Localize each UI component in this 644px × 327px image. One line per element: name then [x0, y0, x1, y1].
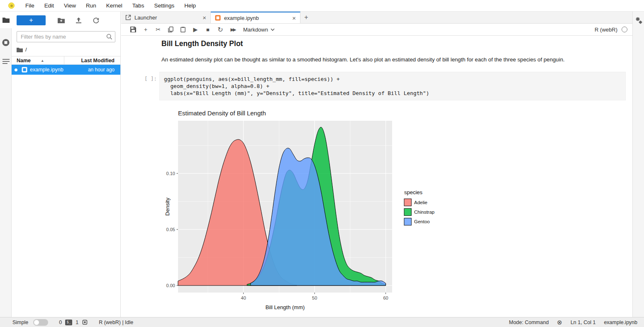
menu-item-file[interactable]: File	[20, 2, 39, 9]
dock-tabbar: Launcher × example.ipynb × +	[121, 12, 632, 24]
running-sessions-icon[interactable]	[2, 38, 10, 46]
column-header-modified[interactable]: Last Modified	[64, 58, 120, 63]
menubar: File Edit View Run Kernel Tabs Settings …	[0, 0, 644, 12]
upload-button[interactable]	[70, 15, 87, 25]
launcher-icon	[125, 15, 131, 20]
svg-text:40: 40	[241, 295, 246, 300]
table-of-contents-icon[interactable]	[2, 57, 10, 66]
file-row-example-ipynb[interactable]: example.ipynb an hour ago	[12, 65, 120, 75]
cut-cells-button[interactable]: ✂	[152, 24, 164, 34]
svg-text:0.00: 0.00	[166, 283, 175, 288]
save-button[interactable]	[127, 24, 139, 34]
kernel-status-text[interactable]: R (webR) | Idle	[99, 320, 133, 325]
new-launcher-button[interactable]: +	[17, 15, 46, 25]
notebook-paragraph: An estimated density plot can be thought…	[161, 56, 626, 63]
tab-example-ipynb[interactable]: example.ipynb ×	[211, 12, 300, 23]
restart-run-all-button[interactable]: ▶▶	[227, 24, 239, 34]
statusbar: Simple 0 $_ 1 R (webR) | Idle Mode: Comm…	[0, 317, 644, 327]
cell-type-dropdown[interactable]: Markdown	[243, 27, 275, 33]
command-mode-indicator[interactable]: Mode: Command	[509, 320, 549, 325]
home-folder-icon	[17, 47, 23, 52]
tab-label[interactable]: Launcher	[134, 15, 199, 21]
filter-files-wrap	[17, 31, 115, 42]
terminal-count[interactable]: 0	[59, 320, 62, 325]
simple-mode-label: Simple	[12, 320, 28, 325]
code-cell: [ ]: ggplot(penguins, aes(x=bill_length_…	[159, 72, 626, 100]
jupyter-logo-icon	[8, 2, 15, 9]
svg-text:Gentoo: Gentoo	[414, 219, 430, 224]
cell-prompt: [ ]:	[136, 76, 157, 82]
markdown-cell-heading[interactable]: Bill Length Density Plot An estimated de…	[161, 39, 626, 63]
code-editor[interactable]: ggplot(penguins, aes(x=bill_length_mm, f…	[159, 72, 626, 100]
kernel-name[interactable]: R (webR)	[595, 27, 617, 33]
add-cell-button[interactable]: +	[139, 24, 152, 34]
svg-text:Chinstrap: Chinstrap	[414, 210, 434, 215]
trust-shield-icon[interactable]: ⊗	[557, 319, 562, 326]
terminal-icon: $_	[65, 320, 72, 325]
menu-item-kernel[interactable]: Kernel	[101, 2, 127, 9]
kernel-count[interactable]: 1	[76, 320, 78, 325]
new-tab-button[interactable]: +	[300, 12, 312, 23]
menu-item-settings[interactable]: Settings	[149, 2, 179, 9]
file-modified: an hour ago	[88, 67, 120, 73]
menu-item-help[interactable]: Help	[179, 2, 201, 9]
listing-header: Name ▴ Last Modified	[12, 56, 120, 65]
right-activity-rail	[632, 12, 644, 317]
notebook-toolbar: + ✂ ▶ ■ ↻ ▶▶ Markdown R (webR)	[121, 24, 632, 36]
svg-text:0.10: 0.10	[166, 171, 175, 176]
statusbar-filename: example.ipynb	[604, 320, 637, 325]
search-icon	[106, 34, 112, 41]
menu-item-run[interactable]: Run	[81, 2, 101, 9]
svg-text:Bill Length (mm): Bill Length (mm)	[266, 304, 305, 310]
paste-cells-button[interactable]	[177, 24, 189, 34]
restart-kernel-button[interactable]: ↻	[214, 24, 227, 34]
left-activity-rail	[0, 12, 12, 317]
svg-text:Density: Density	[164, 198, 171, 216]
notebook-icon	[215, 15, 221, 21]
close-tab-icon[interactable]: ×	[292, 15, 296, 22]
menu-item-view[interactable]: View	[59, 2, 81, 9]
notebook-content: Bill Length Density Plot An estimated de…	[121, 36, 632, 317]
sort-caret-icon: ▴	[41, 59, 44, 63]
file-browser-toolbar: +	[12, 12, 120, 28]
notebook-file-icon	[22, 67, 27, 73]
chevron-down-icon	[271, 28, 275, 31]
run-button[interactable]: ▶	[189, 24, 202, 34]
simple-mode-toggle[interactable]	[33, 319, 48, 326]
svg-text:0.05: 0.05	[166, 227, 175, 232]
cursor-position[interactable]: Ln 1, Col 1	[571, 320, 595, 325]
interrupt-kernel-button[interactable]: ■	[202, 24, 214, 34]
density-plot-image: Estimated Density of Bill Length4050600.…	[163, 107, 439, 317]
breadcrumb-root[interactable]: /	[25, 46, 27, 53]
main-dock-panel: Launcher × example.ipynb × + + ✂ ▶ ■ ↻	[121, 12, 632, 317]
svg-text:Adelie: Adelie	[414, 200, 427, 205]
svg-text:60: 60	[383, 295, 388, 300]
column-header-name[interactable]: Name ▴	[12, 56, 64, 64]
svg-text:50: 50	[312, 295, 317, 300]
new-folder-button[interactable]	[52, 15, 70, 25]
file-browser-panel: + / Name ▴ Last Modified	[12, 12, 121, 317]
filter-files-input[interactable]	[17, 31, 115, 42]
svg-text:Estimated Density of Bill Leng: Estimated Density of Bill Length	[178, 110, 266, 117]
svg-text:species: species	[404, 189, 423, 195]
notebook-heading: Bill Length Density Plot	[161, 39, 626, 48]
code-line: labs(x="Bill Length (mm)", y="Density", …	[164, 90, 621, 97]
tab-launcher[interactable]: Launcher ×	[121, 12, 211, 23]
menu-item-edit[interactable]: Edit	[39, 2, 59, 9]
copy-cells-button[interactable]	[164, 24, 177, 34]
running-kernel-dot	[15, 68, 17, 71]
kernel-chip-icon	[82, 319, 88, 325]
file-name: example.ipynb	[20, 67, 88, 73]
close-tab-icon[interactable]: ×	[202, 14, 206, 21]
tab-label[interactable]: example.ipynb	[224, 15, 289, 21]
code-line: ggplot(penguins, aes(x=bill_length_mm, f…	[164, 76, 621, 83]
code-line: geom_density(bw=1, alpha=0.8) +	[164, 83, 621, 90]
refresh-button[interactable]	[87, 15, 105, 25]
menu-item-tabs[interactable]: Tabs	[127, 2, 149, 9]
breadcrumb[interactable]: /	[12, 42, 120, 56]
property-inspector-gears-icon[interactable]	[635, 17, 643, 25]
toggle-knob	[34, 320, 39, 325]
cell-output-area: Estimated Density of Bill Length4050600.…	[163, 107, 626, 317]
kernel-status-icon[interactable]	[622, 27, 627, 32]
file-browser-icon[interactable]	[2, 16, 10, 24]
